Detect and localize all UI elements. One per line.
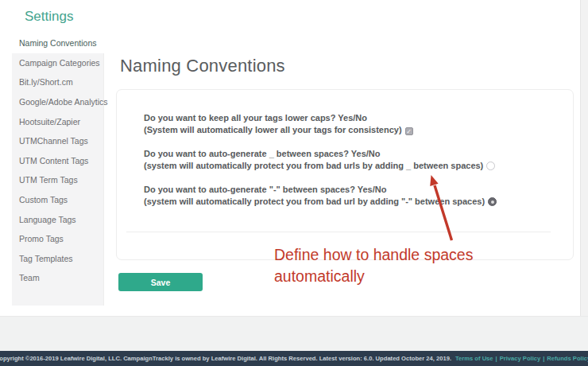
sidebar-item-language-tags[interactable]: Language Tags	[12, 209, 103, 229]
naming-conventions-card: Do you want to keep all your tags lower …	[116, 89, 574, 260]
sidebar: Naming Conventions Campaign Categories B…	[12, 33, 104, 306]
question-underscore-line2: (system will automatically protect you f…	[144, 160, 557, 172]
section-heading: Naming Conventions	[120, 56, 285, 76]
sidebar-item-tag-templates[interactable]: Tag Templates	[12, 249, 103, 269]
question-lowercase-line1: Do you want to keep all your tags lower …	[144, 112, 557, 124]
card-divider	[126, 232, 551, 232]
sidebar-item-bitly-shortcm[interactable]: Bit.ly/Short.cm	[12, 72, 103, 92]
sidebar-item-campaign-categories[interactable]: Campaign Categories	[12, 53, 103, 73]
underscore-radio-unchecked-icon[interactable]	[486, 162, 495, 170]
question-lowercase: Do you want to keep all your tags lower …	[144, 112, 557, 136]
sidebar-item-team[interactable]: Team	[12, 268, 103, 288]
sidebar-item-utmchannel-tags[interactable]: UTMChannel Tags	[12, 131, 103, 151]
question-dash: Do you want to auto-generate "-" between…	[144, 184, 557, 208]
dash-radio-checked-icon[interactable]	[488, 197, 497, 206]
page-bottom-band	[0, 316, 588, 351]
lowercase-checkbox-checked-icon[interactable]	[405, 127, 413, 135]
footer-separator: |	[496, 355, 497, 362]
page-title: Settings	[25, 9, 73, 25]
sidebar-item-google-adobe-analytics[interactable]: Google/Adobe Analytics	[12, 92, 103, 112]
footer-link-privacy-policy[interactable]: Privacy Policy	[500, 355, 541, 362]
save-button[interactable]: Save	[118, 273, 203, 291]
question-lowercase-line2: (System will automatically lower all you…	[144, 124, 557, 136]
footer-separator: |	[543, 355, 544, 362]
sidebar-item-promo-tags[interactable]: Promo Tags	[12, 229, 103, 249]
scrollbar-gutter[interactable]	[580, 0, 588, 351]
question-underscore-line1: Do you want to auto-generate _ between s…	[144, 148, 557, 160]
sidebar-item-naming-conventions[interactable]: Naming Conventions	[12, 33, 104, 53]
sidebar-item-utm-content-tags[interactable]: UTM Content Tags	[12, 151, 103, 171]
question-dash-line1: Do you want to auto-generate "-" between…	[144, 184, 557, 196]
question-dash-line2: (system will automatically protect you f…	[144, 196, 557, 208]
sidebar-item-utm-term-tags[interactable]: UTM Term Tags	[12, 170, 103, 190]
footer-link-refunds-policy[interactable]: Refunds Policy	[547, 355, 588, 362]
footer-copyright: Copyright ©2016-2019 Leafwire Digital, L…	[0, 355, 451, 362]
footer: Copyright ©2016-2019 Leafwire Digital, L…	[0, 351, 588, 366]
footer-link-terms-of-use[interactable]: Terms of Use	[455, 355, 493, 362]
question-underscore: Do you want to auto-generate _ between s…	[144, 148, 557, 172]
sidebar-item-hootsuite-zapier[interactable]: Hootsuite/Zapier	[12, 111, 103, 131]
sidebar-item-custom-tags[interactable]: Custom Tags	[12, 190, 103, 210]
annotation-text: Define how to handle spaces automaticall…	[274, 244, 513, 287]
